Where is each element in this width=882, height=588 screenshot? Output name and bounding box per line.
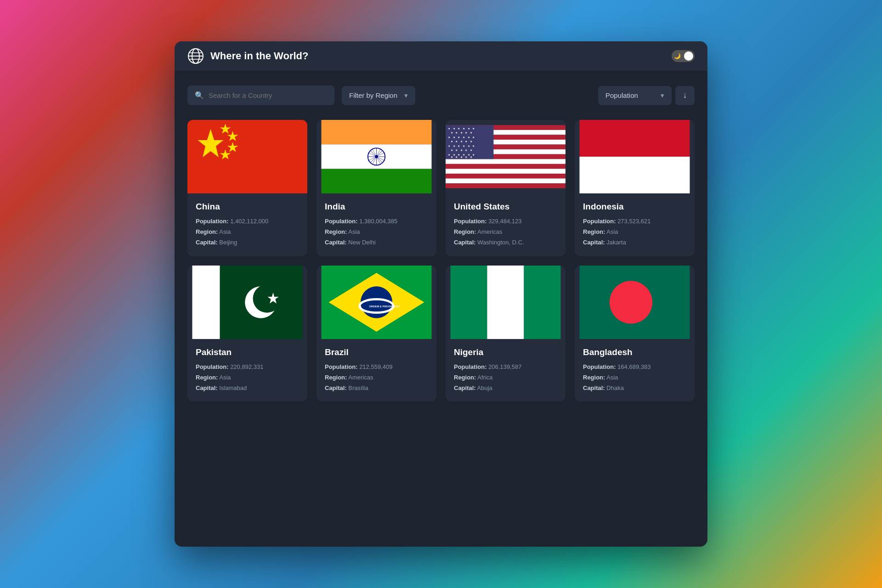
svg-text:★: ★ (451, 140, 453, 143)
main-content: 🔍 Filter by Region ▾ Population ▾ ↓ (175, 71, 707, 547)
capital-indonesia: Capital: Jakarta (583, 238, 686, 247)
population-brazil: Population: 212,559,409 (325, 363, 428, 371)
region-bangladesh: Region: Asia (583, 373, 686, 382)
svg-rect-35 (446, 179, 565, 184)
region-usa: Region: Americas (454, 228, 557, 236)
country-card-pakistan[interactable]: Pakistan Population: 220,892,331 Region:… (187, 266, 307, 402)
svg-rect-5 (192, 120, 303, 193)
filter-label: Filter by Region (349, 91, 397, 99)
svg-text:★: ★ (460, 140, 463, 143)
svg-text:★: ★ (460, 131, 463, 134)
svg-rect-34 (446, 174, 565, 179)
svg-text:★: ★ (463, 153, 465, 156)
svg-text:★: ★ (453, 136, 455, 139)
search-input[interactable] (209, 91, 327, 99)
controls-row: 🔍 Filter by Region ▾ Population ▾ ↓ (187, 85, 695, 105)
svg-text:★: ★ (468, 145, 470, 147)
svg-text:★: ★ (460, 149, 463, 152)
svg-text:★: ★ (455, 156, 458, 158)
country-card-indonesia[interactable]: Indonesia Population: 273,523,621 Region… (575, 120, 695, 256)
svg-rect-33 (446, 169, 565, 174)
globe-icon (187, 48, 204, 64)
svg-rect-32 (446, 164, 565, 169)
svg-text:★: ★ (451, 156, 453, 158)
capital-usa: Capital: Washington, D.C. (454, 238, 557, 247)
svg-text:★: ★ (458, 153, 460, 156)
svg-text:★: ★ (470, 156, 472, 158)
svg-text:★: ★ (455, 131, 458, 134)
header: Where in the World? 🌙 (175, 41, 707, 71)
country-name-bangladesh: Bangladesh (583, 347, 686, 357)
svg-text:★: ★ (448, 127, 450, 130)
svg-text:★: ★ (463, 127, 465, 130)
country-card-brazil[interactable]: ORDEM E PROGRESSO Brazil Population: 212… (317, 266, 436, 402)
population-nigeria: Population: 206,139,587 (454, 363, 557, 371)
country-name-nigeria: Nigeria (454, 347, 557, 357)
card-body-indonesia: Indonesia Population: 273,523,621 Region… (575, 193, 695, 256)
region-brazil: Region: Americas (325, 373, 428, 382)
sort-label: Population (605, 91, 638, 99)
svg-rect-83 (580, 157, 690, 193)
country-info-indonesia: Population: 273,523,621 Region: Asia Cap… (583, 217, 686, 247)
svg-text:★: ★ (455, 149, 458, 152)
svg-rect-31 (446, 159, 565, 164)
card-body-brazil: Brazil Population: 212,559,409 Region: A… (317, 339, 436, 402)
svg-text:★: ★ (451, 149, 453, 152)
country-info-bangladesh: Population: 164,689,383 Region: Asia Cap… (583, 363, 686, 393)
cap-label: Capital: (196, 239, 218, 246)
country-name-china: China (196, 202, 299, 212)
svg-text:★: ★ (470, 149, 472, 152)
search-box[interactable]: 🔍 (187, 85, 334, 105)
region-india: Region: Asia (325, 228, 428, 236)
card-body-china: China Population: 1,402,112,000 Region: … (187, 193, 307, 256)
country-name-india: India (325, 202, 428, 212)
country-card-nigeria[interactable]: Nigeria Population: 206,139,587 Region: … (446, 266, 565, 402)
svg-text:★: ★ (448, 145, 450, 147)
flag-china (187, 120, 307, 193)
svg-text:★: ★ (460, 156, 463, 158)
svg-text:★: ★ (465, 131, 467, 134)
toggle-knob (684, 51, 693, 61)
svg-text:★: ★ (472, 145, 475, 147)
country-card-bangladesh[interactable]: Bangladesh Population: 164,689,383 Regio… (575, 266, 695, 402)
svg-text:★: ★ (455, 140, 458, 143)
capital-china: Capital: Beijing (196, 238, 299, 247)
svg-point-98 (610, 281, 652, 323)
sort-dropdown[interactable]: Population ▾ (598, 86, 672, 105)
svg-rect-36 (446, 183, 565, 188)
country-card-usa[interactable]: ★★★★★★ ★★★★★ ★★★★★★ ★★★★★ ★★★★★★ ★★★★★ ★… (446, 120, 565, 256)
reg-label: Region: (196, 228, 218, 235)
dark-mode-toggle[interactable]: 🌙 (672, 50, 695, 62)
svg-rect-95 (487, 266, 524, 339)
svg-text:★: ★ (453, 145, 455, 147)
sort-dir-icon: ↓ (683, 90, 687, 100)
sort-controls: Population ▾ ↓ (598, 86, 695, 105)
svg-text:★: ★ (472, 153, 475, 156)
app-title: Where in the World? (210, 50, 308, 62)
region-nigeria: Region: Africa (454, 373, 557, 382)
country-card-india[interactable]: India Population: 1,380,004,385 Region: … (317, 120, 436, 256)
sort-direction-button[interactable]: ↓ (675, 86, 695, 105)
svg-text:★: ★ (465, 156, 467, 158)
country-card-china[interactable]: China Population: 1,402,112,000 Region: … (187, 120, 307, 256)
svg-text:★: ★ (468, 127, 470, 130)
svg-text:★: ★ (463, 145, 465, 147)
svg-text:★: ★ (458, 136, 460, 139)
svg-text:★: ★ (448, 136, 450, 139)
filter-chevron-icon: ▾ (404, 91, 408, 100)
flag-indonesia (575, 120, 695, 193)
flag-nigeria (446, 266, 565, 339)
population-indonesia: Population: 273,523,621 (583, 217, 686, 226)
svg-text:★: ★ (448, 153, 450, 156)
population-india: Population: 1,380,004,385 (325, 217, 428, 226)
capital-nigeria: Capital: Abuja (454, 384, 557, 392)
flag-usa: ★★★★★★ ★★★★★ ★★★★★★ ★★★★★ ★★★★★★ ★★★★★ ★… (446, 120, 565, 193)
region-filter-dropdown[interactable]: Filter by Region ▾ (342, 86, 415, 105)
svg-text:★: ★ (468, 153, 470, 156)
sort-chevron-icon: ▾ (661, 91, 664, 100)
card-body-bangladesh: Bangladesh Population: 164,689,383 Regio… (575, 339, 695, 402)
svg-text:★: ★ (470, 131, 472, 134)
svg-text:★: ★ (472, 127, 475, 130)
population-usa: Population: 329,484,123 (454, 217, 557, 226)
svg-text:★: ★ (465, 140, 467, 143)
